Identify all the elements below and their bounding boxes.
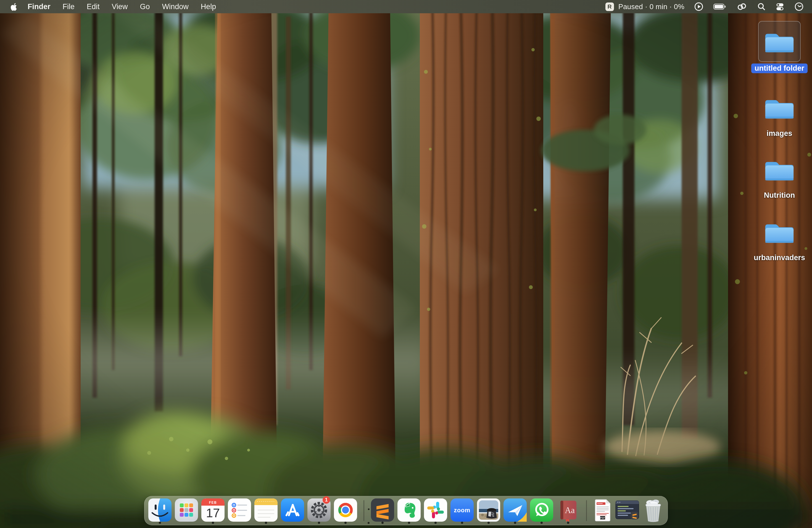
whatsapp-icon [530, 498, 553, 522]
launchpad-icon [175, 498, 198, 522]
dock-finder[interactable] [148, 496, 172, 525]
dock-spark-mail[interactable] [504, 496, 527, 525]
dock-dictionary[interactable]: Aa [556, 496, 580, 525]
r-app-badge-icon: R [605, 2, 614, 11]
menu-item-go[interactable]: Go [134, 0, 156, 13]
dock-app-store[interactable] [281, 496, 304, 525]
sublime-text-icon [371, 498, 394, 522]
calendar-icon: FEB 17 [201, 498, 224, 522]
svg-text:17: 17 [206, 506, 220, 520]
reminders-icon [228, 498, 251, 522]
menu-bar-status-area: R Paused · 0 min · 0% [605, 2, 804, 11]
folder-icon [763, 219, 796, 246]
dock-launchpad[interactable] [175, 496, 198, 525]
menu-bar: Finder File Edit View Go Window Help R P… [0, 0, 812, 13]
sequoia-forest-wallpaper [0, 0, 812, 528]
dock: FEB 17 [144, 496, 668, 525]
loupe-photo-icon [477, 498, 500, 522]
svg-text:zoom: zoom [454, 507, 470, 514]
dock-notes[interactable] [255, 496, 278, 525]
folder-label[interactable]: images [766, 129, 792, 138]
apple-logo-icon [11, 2, 18, 11]
spark-mail-icon [504, 498, 527, 522]
dock-screenshot-loupe-app[interactable] [477, 496, 500, 525]
notes-icon [255, 498, 278, 522]
dock-sublime-text[interactable] [371, 496, 394, 525]
desktop-screen: Finder File Edit View Go Window Help R P… [0, 0, 812, 528]
apple-menu[interactable] [11, 2, 18, 11]
paused-status-text: Paused · 0 min · 0% [619, 2, 684, 11]
dock-trash[interactable] [643, 496, 664, 525]
dock-evernote[interactable] [397, 496, 421, 525]
control-center-icon[interactable] [775, 2, 784, 11]
folder-frame [759, 88, 800, 128]
linked-devices-icon[interactable] [736, 2, 748, 11]
play-circle-icon[interactable] [694, 2, 703, 11]
svg-text:Aa: Aa [565, 505, 575, 515]
clock-icon[interactable] [794, 2, 804, 11]
rescuetime-status[interactable]: R Paused · 0 min · 0% [605, 2, 684, 11]
chrome-icon [334, 498, 357, 522]
desktop-folder-nutrition[interactable]: Nutrition [747, 150, 812, 200]
app-store-icon [281, 498, 304, 522]
pdf-document-icon: PDF [594, 498, 612, 522]
desktop-folder-images[interactable]: images [747, 88, 812, 138]
dock-system-settings[interactable]: 1 [307, 496, 331, 525]
dock-whatsapp[interactable] [530, 496, 553, 525]
trash-full-icon [643, 498, 664, 523]
desktop-icon-column: untitled folder images Nutrition urbanin… [747, 0, 812, 528]
menu-item-finder[interactable]: Finder [21, 0, 57, 13]
sublime-window-icon [615, 498, 639, 522]
folder-label[interactable]: Nutrition [764, 191, 795, 200]
settings-notification-badge: 1 [323, 496, 330, 504]
stray-dot [367, 522, 369, 524]
dock-separator [583, 496, 590, 525]
desktop-folder-urbaninvaders[interactable]: urbaninvaders [747, 212, 812, 262]
dock-chrome[interactable] [334, 496, 357, 525]
dock-pdf-document[interactable]: PDF [594, 496, 612, 525]
folder-frame [759, 150, 800, 189]
folder-icon [763, 28, 796, 55]
evernote-icon [397, 498, 421, 522]
menu-item-file[interactable]: File [57, 0, 81, 13]
menu-bar-left: Finder File Edit View Go Window Help [0, 0, 222, 13]
dock-zoom[interactable]: zoom [450, 496, 474, 525]
dock-calendar[interactable]: FEB 17 [201, 496, 224, 525]
folder-label[interactable]: urbaninvaders [754, 253, 805, 262]
folder-icon [763, 156, 796, 183]
dictionary-icon: Aa [556, 498, 580, 522]
stray-dot [368, 509, 369, 510]
search-icon[interactable] [757, 2, 766, 11]
menu-item-edit[interactable]: Edit [81, 0, 106, 13]
battery-icon[interactable] [713, 2, 726, 11]
slack-icon [424, 498, 447, 522]
dock-slack[interactable] [424, 496, 447, 525]
menu-item-view[interactable]: View [106, 0, 134, 13]
folder-label[interactable]: untitled folder [751, 63, 808, 73]
folder-frame [759, 212, 800, 252]
menu-item-window[interactable]: Window [156, 0, 195, 13]
finder-icon [148, 498, 172, 522]
zoom-icon: zoom [450, 498, 474, 522]
dock-separator [360, 496, 367, 525]
desktop-folder-untitled[interactable]: untitled folder [747, 21, 812, 73]
folder-icon [763, 94, 796, 121]
dock-reminders[interactable] [228, 496, 251, 525]
folder-selection-frame [758, 21, 801, 62]
svg-text:FEB: FEB [209, 501, 217, 504]
dock-sublime-minimized-window[interactable] [615, 496, 639, 525]
svg-text:PDF: PDF [600, 517, 605, 519]
menu-item-help[interactable]: Help [195, 0, 222, 13]
